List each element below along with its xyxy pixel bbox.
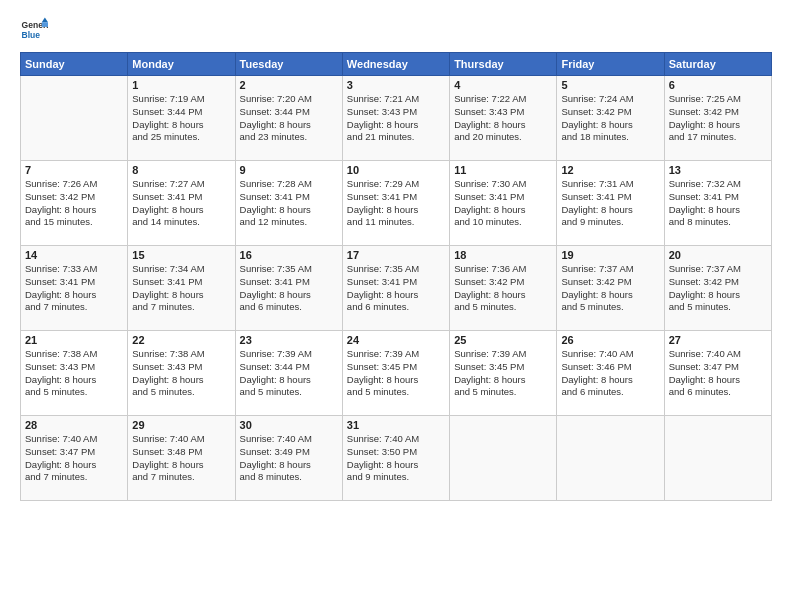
calendar-cell: 14Sunrise: 7:33 AMSunset: 3:41 PMDayligh…: [21, 246, 128, 331]
calendar-cell: 27Sunrise: 7:40 AMSunset: 3:47 PMDayligh…: [664, 331, 771, 416]
calendar-cell: [557, 416, 664, 501]
day-number: 30: [240, 419, 338, 431]
day-info: Sunrise: 7:21 AMSunset: 3:43 PMDaylight:…: [347, 93, 445, 144]
calendar-cell: 21Sunrise: 7:38 AMSunset: 3:43 PMDayligh…: [21, 331, 128, 416]
calendar-header: SundayMondayTuesdayWednesdayThursdayFrid…: [21, 53, 772, 76]
day-info: Sunrise: 7:34 AMSunset: 3:41 PMDaylight:…: [132, 263, 230, 314]
day-number: 15: [132, 249, 230, 261]
day-number: 10: [347, 164, 445, 176]
day-number: 12: [561, 164, 659, 176]
header-day-sunday: Sunday: [21, 53, 128, 76]
day-number: 14: [25, 249, 123, 261]
calendar-cell: 22Sunrise: 7:38 AMSunset: 3:43 PMDayligh…: [128, 331, 235, 416]
day-info: Sunrise: 7:39 AMSunset: 3:44 PMDaylight:…: [240, 348, 338, 399]
week-row-1: 1Sunrise: 7:19 AMSunset: 3:44 PMDaylight…: [21, 76, 772, 161]
day-number: 16: [240, 249, 338, 261]
day-info: Sunrise: 7:40 AMSunset: 3:47 PMDaylight:…: [25, 433, 123, 484]
logo-icon: General Blue: [20, 16, 48, 44]
day-number: 1: [132, 79, 230, 91]
day-info: Sunrise: 7:40 AMSunset: 3:50 PMDaylight:…: [347, 433, 445, 484]
calendar-cell: 2Sunrise: 7:20 AMSunset: 3:44 PMDaylight…: [235, 76, 342, 161]
calendar-cell: 10Sunrise: 7:29 AMSunset: 3:41 PMDayligh…: [342, 161, 449, 246]
day-number: 20: [669, 249, 767, 261]
day-number: 25: [454, 334, 552, 346]
calendar-cell: 31Sunrise: 7:40 AMSunset: 3:50 PMDayligh…: [342, 416, 449, 501]
day-info: Sunrise: 7:39 AMSunset: 3:45 PMDaylight:…: [454, 348, 552, 399]
day-info: Sunrise: 7:37 AMSunset: 3:42 PMDaylight:…: [561, 263, 659, 314]
calendar-cell: 29Sunrise: 7:40 AMSunset: 3:48 PMDayligh…: [128, 416, 235, 501]
day-info: Sunrise: 7:38 AMSunset: 3:43 PMDaylight:…: [25, 348, 123, 399]
day-info: Sunrise: 7:37 AMSunset: 3:42 PMDaylight:…: [669, 263, 767, 314]
calendar-cell: 26Sunrise: 7:40 AMSunset: 3:46 PMDayligh…: [557, 331, 664, 416]
day-number: 27: [669, 334, 767, 346]
day-number: 2: [240, 79, 338, 91]
calendar-cell: 7Sunrise: 7:26 AMSunset: 3:42 PMDaylight…: [21, 161, 128, 246]
day-number: 13: [669, 164, 767, 176]
calendar-cell: 1Sunrise: 7:19 AMSunset: 3:44 PMDaylight…: [128, 76, 235, 161]
header-day-saturday: Saturday: [664, 53, 771, 76]
calendar-cell: 18Sunrise: 7:36 AMSunset: 3:42 PMDayligh…: [450, 246, 557, 331]
calendar-body: 1Sunrise: 7:19 AMSunset: 3:44 PMDaylight…: [21, 76, 772, 501]
calendar-cell: 25Sunrise: 7:39 AMSunset: 3:45 PMDayligh…: [450, 331, 557, 416]
calendar-cell: 17Sunrise: 7:35 AMSunset: 3:41 PMDayligh…: [342, 246, 449, 331]
calendar-cell: 9Sunrise: 7:28 AMSunset: 3:41 PMDaylight…: [235, 161, 342, 246]
day-info: Sunrise: 7:30 AMSunset: 3:41 PMDaylight:…: [454, 178, 552, 229]
day-info: Sunrise: 7:40 AMSunset: 3:49 PMDaylight:…: [240, 433, 338, 484]
day-info: Sunrise: 7:25 AMSunset: 3:42 PMDaylight:…: [669, 93, 767, 144]
calendar-cell: 30Sunrise: 7:40 AMSunset: 3:49 PMDayligh…: [235, 416, 342, 501]
calendar-cell: [450, 416, 557, 501]
calendar-cell: [21, 76, 128, 161]
day-info: Sunrise: 7:24 AMSunset: 3:42 PMDaylight:…: [561, 93, 659, 144]
day-number: 3: [347, 79, 445, 91]
day-info: Sunrise: 7:39 AMSunset: 3:45 PMDaylight:…: [347, 348, 445, 399]
calendar-cell: 23Sunrise: 7:39 AMSunset: 3:44 PMDayligh…: [235, 331, 342, 416]
header-day-friday: Friday: [557, 53, 664, 76]
logo: General Blue: [20, 16, 48, 44]
calendar-cell: 5Sunrise: 7:24 AMSunset: 3:42 PMDaylight…: [557, 76, 664, 161]
day-info: Sunrise: 7:40 AMSunset: 3:47 PMDaylight:…: [669, 348, 767, 399]
calendar-cell: 16Sunrise: 7:35 AMSunset: 3:41 PMDayligh…: [235, 246, 342, 331]
day-number: 17: [347, 249, 445, 261]
day-info: Sunrise: 7:32 AMSunset: 3:41 PMDaylight:…: [669, 178, 767, 229]
day-number: 26: [561, 334, 659, 346]
day-info: Sunrise: 7:28 AMSunset: 3:41 PMDaylight:…: [240, 178, 338, 229]
day-number: 8: [132, 164, 230, 176]
week-row-3: 14Sunrise: 7:33 AMSunset: 3:41 PMDayligh…: [21, 246, 772, 331]
day-number: 6: [669, 79, 767, 91]
day-number: 4: [454, 79, 552, 91]
day-number: 5: [561, 79, 659, 91]
day-number: 31: [347, 419, 445, 431]
week-row-5: 28Sunrise: 7:40 AMSunset: 3:47 PMDayligh…: [21, 416, 772, 501]
calendar-cell: 13Sunrise: 7:32 AMSunset: 3:41 PMDayligh…: [664, 161, 771, 246]
header-day-monday: Monday: [128, 53, 235, 76]
calendar-cell: 6Sunrise: 7:25 AMSunset: 3:42 PMDaylight…: [664, 76, 771, 161]
calendar-cell: 12Sunrise: 7:31 AMSunset: 3:41 PMDayligh…: [557, 161, 664, 246]
week-row-4: 21Sunrise: 7:38 AMSunset: 3:43 PMDayligh…: [21, 331, 772, 416]
day-info: Sunrise: 7:20 AMSunset: 3:44 PMDaylight:…: [240, 93, 338, 144]
day-info: Sunrise: 7:29 AMSunset: 3:41 PMDaylight:…: [347, 178, 445, 229]
day-info: Sunrise: 7:26 AMSunset: 3:42 PMDaylight:…: [25, 178, 123, 229]
day-number: 11: [454, 164, 552, 176]
calendar-cell: 8Sunrise: 7:27 AMSunset: 3:41 PMDaylight…: [128, 161, 235, 246]
day-info: Sunrise: 7:19 AMSunset: 3:44 PMDaylight:…: [132, 93, 230, 144]
calendar-cell: 4Sunrise: 7:22 AMSunset: 3:43 PMDaylight…: [450, 76, 557, 161]
svg-text:Blue: Blue: [22, 30, 41, 40]
calendar-cell: 3Sunrise: 7:21 AMSunset: 3:43 PMDaylight…: [342, 76, 449, 161]
calendar-cell: 24Sunrise: 7:39 AMSunset: 3:45 PMDayligh…: [342, 331, 449, 416]
day-info: Sunrise: 7:35 AMSunset: 3:41 PMDaylight:…: [240, 263, 338, 314]
svg-marker-3: [42, 22, 48, 27]
day-number: 22: [132, 334, 230, 346]
day-number: 7: [25, 164, 123, 176]
calendar-cell: 11Sunrise: 7:30 AMSunset: 3:41 PMDayligh…: [450, 161, 557, 246]
day-info: Sunrise: 7:31 AMSunset: 3:41 PMDaylight:…: [561, 178, 659, 229]
day-info: Sunrise: 7:40 AMSunset: 3:48 PMDaylight:…: [132, 433, 230, 484]
calendar-table: SundayMondayTuesdayWednesdayThursdayFrid…: [20, 52, 772, 501]
day-info: Sunrise: 7:33 AMSunset: 3:41 PMDaylight:…: [25, 263, 123, 314]
calendar-cell: 28Sunrise: 7:40 AMSunset: 3:47 PMDayligh…: [21, 416, 128, 501]
page: General Blue SundayMondayTuesdayWednesda…: [0, 0, 792, 612]
header-day-wednesday: Wednesday: [342, 53, 449, 76]
calendar-cell: 19Sunrise: 7:37 AMSunset: 3:42 PMDayligh…: [557, 246, 664, 331]
day-number: 28: [25, 419, 123, 431]
day-number: 29: [132, 419, 230, 431]
day-info: Sunrise: 7:36 AMSunset: 3:42 PMDaylight:…: [454, 263, 552, 314]
